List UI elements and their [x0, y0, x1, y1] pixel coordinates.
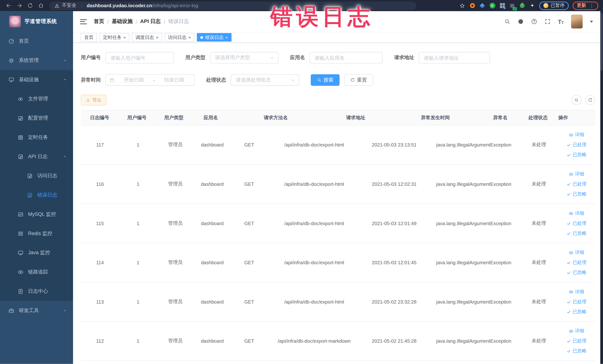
font-size-icon[interactable]: TT	[558, 18, 564, 25]
sidebar-item[interactable]: 定时任务	[0, 128, 73, 147]
check-icon	[567, 270, 571, 275]
mark-ignored-link[interactable]: 已忽略	[567, 230, 587, 237]
tab-close-icon[interactable]: ×	[123, 35, 126, 39]
eye-icon	[569, 289, 573, 294]
extension-leaf-icon[interactable]	[519, 2, 525, 9]
breadcrumb-item[interactable]: 基础设施 /	[112, 18, 140, 25]
hamburger-icon[interactable]	[80, 19, 87, 24]
search-button[interactable]: 搜索	[311, 74, 340, 86]
forward-icon[interactable]	[15, 1, 24, 10]
mark-processed-link[interactable]: 已处理	[567, 181, 587, 187]
view-tab[interactable]: 错误日志 ×	[197, 33, 232, 42]
mark-processed-link[interactable]: 已处理	[567, 141, 587, 148]
extension-grid-icon[interactable]	[499, 2, 505, 9]
detail-link[interactable]: 详细	[569, 171, 584, 177]
home-icon[interactable]	[36, 1, 46, 10]
view-tab[interactable]: 首页	[81, 33, 97, 42]
process-status-select[interactable]: 请选择处理状态	[231, 74, 299, 86]
sidebar-item[interactable]: Java 监控	[0, 243, 73, 262]
view-tab[interactable]: 调度日志 ×	[132, 33, 162, 42]
github-icon[interactable]	[518, 19, 524, 25]
sidebar-item[interactable]: 链路追踪	[0, 262, 73, 282]
tab-close-icon[interactable]: ×	[156, 35, 158, 39]
extension-blue-shield-icon[interactable]	[479, 2, 485, 9]
extension-switch-icon[interactable]: on	[509, 2, 515, 9]
breadcrumb-item[interactable]: 首页 /	[94, 18, 112, 25]
app-logo[interactable]: 芋道管理系统	[0, 11, 73, 32]
sidebar-item[interactable]: Redis 监控	[0, 224, 73, 243]
user-avatar[interactable]	[571, 15, 583, 29]
user-id-input[interactable]	[105, 52, 174, 63]
mark-processed-link[interactable]: 已处理	[567, 259, 587, 266]
sidebar-item[interactable]: 研发工具	[0, 301, 73, 320]
mark-processed-link[interactable]: 已处理	[567, 299, 587, 305]
detail-link[interactable]: 详细	[569, 210, 584, 217]
reset-button[interactable]: 重置	[344, 74, 373, 86]
sidebar-item[interactable]: 日志中心	[0, 282, 73, 301]
check-icon	[567, 231, 571, 236]
mark-ignored-link[interactable]: 已忽略	[567, 348, 587, 354]
sidebar-item[interactable]: 基础设施	[0, 70, 73, 89]
sidebar-item[interactable]: 系统管理	[0, 51, 73, 70]
sidebar-item[interactable]: 访问日志	[0, 166, 73, 186]
extension-orange-icon[interactable]	[469, 2, 475, 9]
sidebar-item[interactable]: 配置管理	[0, 108, 73, 128]
tab-close-icon[interactable]: ×	[225, 35, 228, 39]
toggle-search-button[interactable]	[571, 95, 581, 105]
extension-green-v-icon[interactable]: V	[489, 2, 495, 9]
update-label: 更新	[577, 2, 586, 9]
eye-icon	[569, 133, 573, 137]
user-type-select[interactable]: 请选择用户类型	[210, 52, 278, 63]
cell-user-type: 管理员	[157, 165, 194, 204]
scrollbar-thumb[interactable]	[601, 13, 603, 71]
app-name-label: 应用名	[290, 54, 310, 61]
mark-ignored-link[interactable]: 已忽略	[567, 269, 587, 276]
browser-menu-icon[interactable]: ⋮	[589, 3, 594, 9]
app-name-input[interactable]	[310, 52, 383, 63]
exception-time-range-picker[interactable]: 开始日期 - 结束日期	[105, 74, 195, 86]
tab-close-icon[interactable]: ×	[188, 35, 191, 39]
menu-item-label: 配置管理	[28, 115, 48, 121]
bookmark-star-icon[interactable]	[459, 2, 465, 9]
request-url-input[interactable]	[419, 52, 490, 63]
cell-method: GET	[231, 204, 268, 243]
detail-link[interactable]: 详细	[569, 132, 584, 138]
sidebar-item[interactable]: 首页	[0, 32, 73, 51]
detail-link[interactable]: 详细	[569, 249, 584, 256]
mark-ignored-link[interactable]: 已忽略	[567, 152, 587, 158]
detail-link[interactable]: 详细	[569, 328, 584, 334]
refresh-table-button[interactable]	[585, 95, 595, 105]
breadcrumb-item[interactable]: 错误日志 /	[168, 18, 189, 25]
sidebar-item[interactable]: API 日志	[0, 147, 73, 166]
export-button[interactable]: 导出	[81, 94, 107, 105]
cell-app-name: dashboard	[194, 125, 231, 164]
tab-label: 首页	[84, 34, 93, 41]
mark-ignored-link[interactable]: 已忽略	[567, 309, 587, 315]
sidebar-item[interactable]: 文件管理	[0, 89, 73, 108]
reload-icon[interactable]	[25, 1, 35, 10]
avatar-caret-icon[interactable]	[590, 21, 593, 23]
sidebar-item[interactable]: 错误日志	[0, 186, 73, 205]
mark-ignored-link[interactable]: 已忽略	[567, 191, 587, 197]
cell-user-type: 管理员	[157, 204, 194, 243]
mark-processed-link[interactable]: 已处理	[567, 220, 587, 227]
profile-paused-chip[interactable]: 已暂停	[539, 1, 569, 10]
select-chevron-icon	[270, 56, 274, 60]
cell-app-name: dashboard	[194, 165, 231, 204]
view-tab[interactable]: 定时任务 ×	[100, 33, 129, 42]
cell-app-name: dashboard	[194, 243, 231, 282]
sidebar-item[interactable]: MySQL 监控	[0, 205, 73, 224]
fullscreen-icon[interactable]	[545, 19, 551, 25]
detail-link[interactable]: 详细	[569, 289, 584, 295]
back-icon[interactable]	[4, 1, 13, 10]
logo-image	[9, 16, 21, 27]
extensions-puzzle-icon[interactable]: ✦	[529, 2, 535, 9]
breadcrumb-item[interactable]: API 日志 /	[140, 18, 168, 25]
chrome-update-button[interactable]: 更新 ⋮	[573, 1, 598, 10]
search-icon[interactable]	[504, 19, 510, 25]
view-tab[interactable]: 访问日志 ×	[165, 33, 195, 42]
table-header-cell: 操作	[557, 110, 569, 125]
page-scrollbar[interactable]	[600, 11, 603, 364]
docs-question-icon[interactable]	[531, 19, 537, 25]
mark-processed-link[interactable]: 已处理	[567, 338, 587, 344]
